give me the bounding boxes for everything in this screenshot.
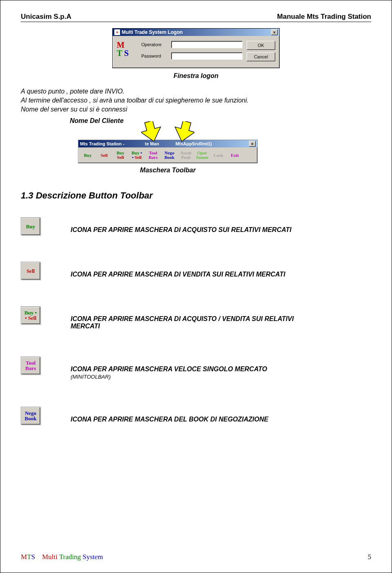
operatore-label: Operatore — [141, 42, 168, 47]
footer-system: System — [82, 553, 103, 561]
description-text: ICONA PER APRIRE MASCHERA VELOCE SINGOLO… — [71, 366, 267, 380]
toolbar-icon: ToolBars — [21, 357, 40, 375]
close-button[interactable]: × — [271, 29, 278, 35]
footer-s: S — [31, 553, 35, 561]
arrow-icon — [141, 121, 162, 144]
toolbar-caption: Maschera Toolbar — [78, 167, 258, 174]
buy-button[interactable]: Buy — [80, 149, 96, 161]
toolbars-button[interactable]: Tool Bars — [145, 149, 161, 161]
description-row: BuyICONA PER APRIRE MASCHERA DI ACQUISTO… — [21, 217, 371, 235]
mts-logo: M T S — [117, 41, 137, 61]
logon-titlebar: M Multi Trade System Logon × — [113, 29, 279, 36]
description-text: ICONA PER APRIRE MASCHERA DI VENDITA SUI… — [71, 271, 285, 278]
arrow-icon — [174, 121, 194, 144]
description-text: ICONA PER APRIRE MASCHERA DEL BOOK DI NE… — [71, 416, 268, 423]
toolbar-icon: NegoBook — [21, 407, 40, 425]
page-footer: MTS Multi Trading System 5 — [21, 553, 371, 561]
header-doc-title: Manuale Mts Trading Station — [277, 13, 371, 21]
toolbar-icon: Buy •• Sell — [21, 306, 40, 324]
cancel-button[interactable]: Cancel — [247, 52, 275, 61]
svg-marker-0 — [141, 121, 162, 144]
negobook-button[interactable]: Nego Book — [162, 149, 177, 161]
toolbar-icon: Buy — [21, 217, 40, 235]
page-number: 5 — [368, 553, 372, 561]
description-text: ICONA PER APRIRE MASCHERA DI ACQUISTO SU… — [71, 226, 292, 234]
description-row: Buy •• SellICONA PER APRIRE MASCHERA DI … — [21, 306, 371, 330]
intro-line2: Al termine dell'accesso , si avrà una to… — [21, 97, 371, 104]
intro-line3: Nome del server su cui si è connessi — [21, 106, 371, 113]
intro-line1: A questo punto , potete dare INVIO. — [21, 88, 371, 95]
logon-title: Multi Trade System Logon — [122, 29, 183, 35]
header-rule — [21, 22, 371, 22]
toolbar-title-left: Mts Trading Station - — [80, 141, 125, 146]
app-icon: M — [114, 29, 120, 35]
ok-button[interactable]: OK — [247, 41, 275, 50]
accntposit-button[interactable]: Accnt Posit — [178, 149, 194, 161]
password-input[interactable] — [171, 52, 243, 60]
exit-button[interactable]: Exit — [227, 149, 243, 161]
footer-trading: Trading — [59, 553, 81, 561]
svg-marker-1 — [174, 121, 194, 144]
opersumm-button[interactable]: Oper Summ — [194, 149, 210, 161]
toolbar-window: Mts Trading Station - te Man MtsAppSrvRm… — [78, 140, 258, 163]
section-heading: 1.3 Descrizione Button Toolbar — [21, 190, 371, 201]
description-row: NegoBookICONA PER APRIRE MASCHERA DEL BO… — [21, 407, 371, 425]
sell-button[interactable]: Sell — [96, 149, 112, 161]
header-company: Unicasim S.p.A — [21, 13, 71, 21]
logon-caption: Finestra logon — [21, 72, 371, 80]
toolbar-close-button[interactable]: × — [249, 141, 256, 147]
lock-button[interactable]: Lock — [211, 149, 226, 161]
buysell2-button[interactable]: Buy • • Sell — [129, 149, 145, 161]
footer-m: M — [21, 553, 27, 561]
footer-t: T — [27, 553, 31, 561]
operatore-input[interactable] — [171, 41, 243, 48]
toolbar-icon: Sell — [21, 262, 40, 280]
logon-dialog: M Multi Trade System Logon × M T S Opera… — [112, 28, 280, 68]
description-text: ICONA PER APRIRE MASCHERA DI ACQUISTO / … — [71, 315, 324, 330]
footer-multi: Multi — [42, 553, 58, 561]
description-row: SellICONA PER APRIRE MASCHERA DI VENDITA… — [21, 262, 371, 280]
arrow-annotations — [78, 121, 371, 142]
password-label: Password — [141, 54, 168, 58]
description-row: ToolBarsICONA PER APRIRE MASCHERA VELOCE… — [21, 357, 371, 380]
buysell-button[interactable]: Buy Sell — [113, 149, 128, 161]
